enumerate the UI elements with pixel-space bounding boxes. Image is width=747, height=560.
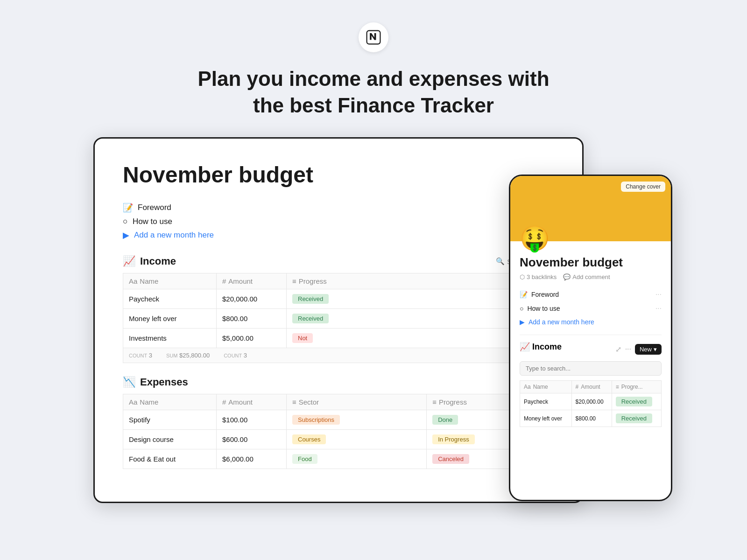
table-row[interactable]: Money left over $800.00 Received: [520, 410, 662, 427]
table-row[interactable]: Spotify $100.00 Subscriptions Done: [123, 410, 554, 430]
income-row3-badge: Not: [292, 333, 313, 343]
addmonth-label: Add a new month here: [134, 231, 214, 240]
desktop-nav: 📝 Foreword ○ How to use ▶ Add a new mont…: [123, 203, 554, 240]
desktop-nav-addmonth[interactable]: ▶ Add a new month here: [123, 230, 554, 240]
mobile-amount-col-label: Amount: [581, 384, 600, 390]
exp-row2-sector: Courses: [292, 434, 326, 444]
howtouse-icon: ○: [123, 217, 128, 226]
expenses-section: 📉 Expenses Aa Name: [123, 376, 554, 469]
mobile-income-row2-badge: Received: [616, 413, 652, 423]
howtouse-label: How to use: [133, 217, 172, 226]
exp-amount-col-label: Amount: [228, 398, 253, 406]
mobile-nav-addmonth[interactable]: ▶ Add a new month here: [520, 317, 662, 327]
mobile-nav: 📝 Foreword ··· ○ How to use ··· ▶ Add a: [520, 289, 662, 327]
exp-row3-amount: $6,000.00: [217, 449, 287, 469]
mobile-page-title: November budget: [520, 255, 662, 270]
exp-row2-amount: $600.00: [217, 430, 287, 449]
headline: Plan you income and expenses with the be…: [197, 65, 549, 119]
desktop-nav-howtouse[interactable]: ○ How to use: [123, 217, 554, 226]
table-row[interactable]: Paycheck $20,000.00 Received: [123, 289, 554, 309]
mobile-emoji: 🤑: [520, 226, 550, 251]
exp-row3-name: Food & Eat out: [123, 449, 217, 469]
change-cover-button[interactable]: Change cover: [621, 182, 665, 192]
mobile-cover: Change cover 🤑: [510, 176, 671, 241]
mobile-content: November budget ⬡ 3 backlinks 💬 Add comm…: [510, 241, 671, 436]
income-row1-badge: Received: [292, 294, 329, 304]
mobile-addmonth-icon: ▶: [520, 318, 525, 326]
exp-sector-col-icon: ≡: [292, 398, 296, 406]
mobile-foreword-more[interactable]: ···: [655, 290, 662, 299]
backlinks[interactable]: ⬡ 3 backlinks: [520, 273, 557, 280]
mobile-income-header: 📈 Income ⤢ ··· New ▾: [520, 342, 662, 357]
income-section: 📈 Income 🔍 Search ⤢ ···: [123, 255, 554, 363]
divider: [520, 335, 662, 335]
name-col-label: Name: [140, 277, 158, 285]
mobile-name-col-label: Name: [533, 384, 548, 390]
exp-row2-name: Design course: [123, 430, 217, 449]
exp-progress-col-icon: ≡: [432, 398, 437, 406]
income-row3-amount: $5,000.00: [217, 329, 287, 348]
mobile-mockup: Change cover 🤑 November budget ⬡ 3 backl…: [509, 175, 672, 501]
income-title: 📈 Income: [123, 255, 176, 267]
mobile-income-row1-name: Paycheck: [520, 393, 572, 410]
add-comment[interactable]: 💬 Add comment: [563, 273, 610, 280]
addmonth-icon: ▶: [123, 230, 129, 240]
exp-row3-sector: Food: [292, 454, 317, 464]
income-row1-amount: $20,000.00: [217, 289, 287, 309]
exp-row1-name: Spotify: [123, 410, 217, 430]
exp-row1-badge: Done: [432, 415, 458, 425]
progress-col-label: Progress: [299, 277, 327, 285]
mobile-search-input[interactable]: [520, 361, 662, 376]
expenses-title: 📉 Expenses: [123, 376, 188, 388]
income-sum-label: SUM $25,800.00: [166, 352, 210, 359]
exp-row1-sector: Subscriptions: [292, 415, 340, 425]
mobile-income-icon: 📈: [520, 342, 530, 351]
amount-col-label: Amount: [228, 277, 253, 285]
income-row2-amount: $800.00: [217, 309, 287, 329]
mobile-income-table: Aa Name # Amount ≡: [520, 380, 662, 427]
mobile-nav-foreword[interactable]: 📝 Foreword ···: [520, 289, 662, 300]
desktop-nav-foreword[interactable]: 📝 Foreword: [123, 203, 554, 213]
table-row[interactable]: Food & Eat out $6,000.00 Food Canceled: [123, 449, 554, 469]
exp-progress-col-label: Progress: [439, 398, 467, 406]
mobile-progress-col-icon: ≡: [616, 384, 619, 390]
notion-logo: [359, 22, 388, 52]
exp-row2-badge: In Progress: [432, 434, 474, 444]
mobile-meta: ⬡ 3 backlinks 💬 Add comment: [520, 273, 662, 280]
income-row1-name: Paycheck: [123, 289, 217, 309]
income-row2-name: Money left over: [123, 309, 217, 329]
exp-name-col-icon: Aa: [129, 398, 137, 406]
expenses-icon: 📉: [123, 376, 135, 388]
comment-icon: 💬: [563, 273, 571, 280]
table-row[interactable]: Design course $600.00 Courses In Progres…: [123, 430, 554, 449]
foreword-label: Foreword: [138, 203, 171, 212]
table-row[interactable]: Paycheck $20,000.00 Received: [520, 393, 662, 410]
exp-amount-col-icon: #: [222, 398, 226, 406]
mobile-addmonth-label: Add a new month here: [529, 318, 594, 326]
mobile-income-row1-badge: Received: [616, 397, 652, 406]
desktop-page-title: November budget: [123, 162, 554, 188]
mobile-foreword-label: Foreword: [531, 291, 559, 298]
mobile-income-title: 📈 Income: [520, 342, 562, 352]
income-row2-badge: Received: [292, 314, 329, 323]
backlink-icon: ⬡: [520, 273, 525, 280]
table-row[interactable]: Investments $5,000.00 Not: [123, 329, 554, 348]
table-row[interactable]: Money left over $800.00 Received: [123, 309, 554, 329]
header: Plan you income and expenses with the be…: [0, 0, 747, 137]
income-icon: 📈: [123, 255, 135, 267]
mobile-expand-icon[interactable]: ⤢: [615, 345, 621, 354]
mobile-howtouse-more[interactable]: ···: [655, 304, 662, 313]
mobile-income-row2-name: Money left over: [520, 410, 572, 427]
mobile-new-button[interactable]: New ▾: [635, 344, 662, 355]
income-table: Aa Name # Amount: [123, 273, 554, 348]
exp-row3-badge: Canceled: [432, 454, 469, 464]
mobile-amount-col-icon: #: [576, 384, 579, 390]
mobile-income-row1-amount: $20,000.00: [571, 393, 612, 410]
exp-name-col-label: Name: [140, 398, 158, 406]
income-count2-label: COUNT 3: [224, 352, 247, 359]
amount-col-icon: #: [222, 277, 226, 285]
mobile-progress-col-label: Progre...: [621, 384, 643, 390]
mobile-more-icon[interactable]: ···: [625, 345, 631, 353]
mobile-nav-howtouse[interactable]: ○ How to use ···: [520, 303, 662, 314]
mobile-name-col-icon: Aa: [524, 384, 531, 390]
